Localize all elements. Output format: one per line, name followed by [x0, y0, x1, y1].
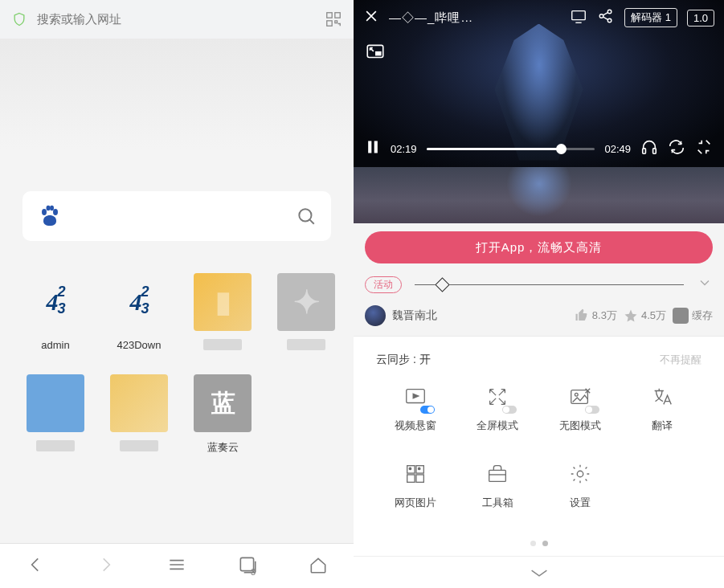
cache-label: 缓存 — [692, 308, 713, 323]
chevron-down-icon — [527, 565, 551, 581]
svg-point-26 — [409, 468, 411, 470]
dismiss-hint[interactable]: 不再提醒 — [660, 353, 702, 367]
toolbox-icon — [485, 462, 509, 486]
video-page-pane: —◇—_哔哩… 解码器 1 1.0 02:19 02:49 打开App，流畅又高… — [354, 0, 724, 588]
seek-bar[interactable] — [427, 148, 595, 150]
browser-home-pane: 搜索或输入网址 423 admin 423 423Down ▮ ✦ — [0, 0, 354, 588]
svg-point-7 — [299, 209, 311, 221]
menu-noimage[interactable]: 无图模式 — [539, 383, 621, 457]
svg-rect-9 — [572, 11, 586, 20]
svg-rect-1 — [335, 13, 340, 18]
svg-point-3 — [42, 209, 47, 215]
url-input[interactable]: 搜索或输入网址 — [37, 12, 315, 27]
menu-translate[interactable]: 翻译 — [621, 383, 703, 457]
svg-point-29 — [577, 472, 583, 478]
headphones-icon[interactable] — [640, 138, 658, 159]
back-button[interactable] — [25, 554, 46, 578]
tile-blurred-2[interactable]: ✦ — [270, 273, 342, 370]
shrink-icon[interactable] — [695, 138, 713, 159]
speed-chip[interactable]: 1.0 — [687, 10, 714, 27]
below-video: 打开App，流畅又高清 活动 魏晋南北 8.3万 4.5万 缓存 — [354, 167, 724, 336]
menu-page-images[interactable]: 网页图片 — [374, 460, 456, 534]
menu-float-video[interactable]: 视频悬窗 — [374, 383, 456, 457]
svg-point-5 — [47, 206, 51, 210]
uploader-name[interactable]: 魏晋南北 — [392, 308, 437, 323]
close-button[interactable] — [363, 8, 379, 27]
speed-dial-grid: 423 admin 423 423Down ▮ ✦ — [19, 273, 334, 471]
cache-button[interactable]: 缓存 — [673, 308, 713, 324]
pause-button[interactable] — [365, 138, 381, 159]
svg-point-4 — [53, 209, 58, 215]
svg-point-12 — [607, 18, 612, 22]
tile-blurred-3[interactable] — [19, 374, 92, 471]
expand-button[interactable] — [697, 275, 713, 294]
tile-blurred-4[interactable] — [103, 374, 175, 471]
svg-rect-18 — [653, 149, 657, 153]
video-top-bar: —◇—_哔哩… 解码器 1 1.0 — [354, 0, 724, 35]
page-images-icon — [403, 462, 427, 486]
menu-fullscreen[interactable]: 全屏模式 — [456, 383, 538, 457]
svg-point-6 — [50, 206, 54, 210]
video-controls: 02:19 02:49 — [354, 138, 724, 159]
activity-tag[interactable]: 活动 — [365, 276, 402, 293]
share-icon[interactable] — [597, 7, 615, 28]
collapse-bar[interactable] — [354, 556, 724, 588]
svg-point-11 — [607, 10, 612, 14]
menu-button[interactable] — [166, 554, 187, 578]
favorites[interactable]: 4.5万 — [624, 308, 666, 323]
qr-scan-icon[interactable] — [325, 10, 342, 28]
decoder-chip[interactable]: 解码器 1 — [624, 8, 677, 27]
loop-icon[interactable] — [668, 138, 685, 159]
tile-label: admin — [41, 339, 69, 351]
svg-point-21 — [575, 394, 578, 397]
bottom-nav: 3 — [0, 543, 354, 588]
tool-menu-sheet: 云同步 : 开 不再提醒 视频悬窗 全屏模式 无图模式 翻译 网页图片 — [354, 336, 724, 556]
home-button[interactable] — [308, 554, 329, 578]
thumb-up-icon — [575, 308, 589, 323]
baidu-logo-icon — [37, 203, 63, 229]
address-bar: 搜索或输入网址 — [0, 0, 354, 39]
tile-blurred-1[interactable]: ▮ — [186, 273, 259, 370]
svg-rect-14 — [375, 51, 382, 55]
tile-label — [120, 440, 158, 451]
duration: 02:49 — [604, 143, 631, 155]
menu-grid: 视频悬窗 全屏模式 无图模式 翻译 网页图片 工具箱 — [374, 383, 703, 534]
cloud-sync-label: 云同步 : 开 — [376, 353, 431, 367]
tabs-button[interactable]: 3 — [237, 554, 258, 578]
tab-count: 3 — [251, 567, 256, 577]
home-body: 423 admin 423 423Down ▮ ✦ — [0, 39, 354, 588]
tile-label: 蓝奏云 — [207, 440, 239, 455]
svg-rect-25 — [416, 475, 423, 482]
tags-row: 活动 — [354, 273, 724, 302]
svg-point-27 — [419, 468, 420, 470]
menu-settings[interactable]: 设置 — [539, 460, 621, 534]
open-app-button[interactable]: 打开App，流畅又高清 — [365, 231, 713, 263]
svg-rect-16 — [374, 141, 378, 153]
pip-button[interactable] — [365, 42, 386, 63]
shield-icon — [11, 11, 27, 27]
tile-label — [287, 339, 325, 350]
search-bar[interactable] — [22, 191, 331, 241]
likes[interactable]: 8.3万 — [575, 308, 617, 323]
menu-label: 视频悬窗 — [395, 419, 436, 433]
page-indicator — [374, 534, 703, 553]
forward-button[interactable] — [96, 554, 117, 578]
tile-423down[interactable]: 423 423Down — [103, 273, 175, 370]
svg-point-10 — [599, 14, 603, 18]
tile-lanzou[interactable]: 蓝 蓝奏云 — [186, 374, 259, 471]
video-meta: 魏晋南北 8.3万 4.5万 缓存 — [354, 302, 724, 336]
tile-admin[interactable]: 423 admin — [19, 273, 92, 370]
menu-toolbox[interactable]: 工具箱 — [456, 460, 538, 534]
video-player[interactable]: —◇—_哔哩… 解码器 1 1.0 02:19 02:49 — [354, 0, 724, 167]
like-count: 8.3万 — [592, 308, 617, 323]
cast-icon[interactable] — [570, 7, 587, 28]
search-icon[interactable] — [296, 206, 317, 227]
menu-label: 翻译 — [652, 419, 673, 433]
svg-rect-17 — [643, 149, 646, 153]
avatar[interactable] — [365, 305, 386, 326]
fav-count: 4.5万 — [641, 308, 666, 323]
svg-rect-24 — [407, 475, 415, 482]
gear-icon — [568, 462, 592, 486]
menu-label: 网页图片 — [395, 496, 436, 510]
tile-label — [203, 339, 242, 350]
